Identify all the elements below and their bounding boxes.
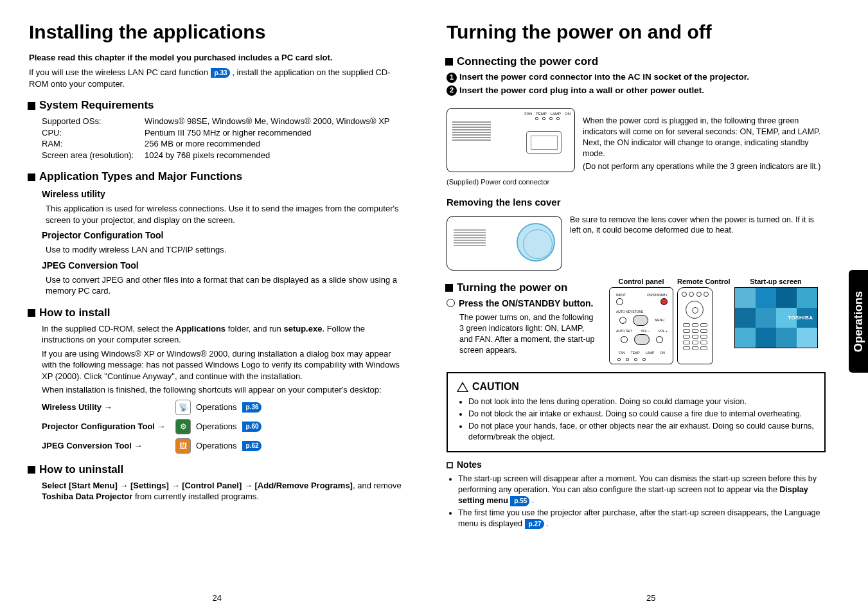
page-ref-55[interactable]: p.55 <box>510 496 529 506</box>
cp-nav-button <box>633 315 648 326</box>
cp-temp-label: TEMP <box>631 351 640 355</box>
page-ref-62[interactable]: p.62 <box>242 441 261 451</box>
system-requirements-block: Supported OSs:Windows® 98SE, Windows® Me… <box>29 116 408 161</box>
removing-lens-cover-heading: Removing the lens cover <box>447 196 826 209</box>
res-value: 1024 by 768 pixels recommended <box>145 150 270 161</box>
step-2-text: Insert the power cord plug into a wall o… <box>459 85 704 96</box>
notes-item-1: The start-up screen will disappear after… <box>458 474 826 506</box>
step-1-number-icon: 1 <box>447 73 457 83</box>
notes-1a: The start-up screen will disappear after… <box>458 474 817 494</box>
cp-voldown-label: VOL – <box>641 329 650 333</box>
connect-label: Connecting the power cord <box>457 55 598 69</box>
uninstall-product-name: Toshiba Data Projector <box>42 492 132 501</box>
apptypes-label: Application Types and Major Functions <box>39 170 242 184</box>
hollow-bullet-icon <box>447 299 455 307</box>
turning-power-on-heading: Turning the power on <box>445 281 598 296</box>
remote-button <box>704 292 709 297</box>
projector-front-diagram <box>447 216 562 271</box>
cp-indicators <box>617 358 646 361</box>
cp-standby-label: ON/STANDBY <box>647 293 668 298</box>
ind-dot <box>556 117 560 120</box>
warning-triangle-icon <box>457 382 468 392</box>
right-title: Turning the power on and off <box>447 19 826 46</box>
install-label: How to install <box>39 306 111 321</box>
supplied-caption: (Supplied) Power cord connector <box>447 177 575 187</box>
ind-lamp-label: LAMP <box>551 111 561 116</box>
uninstall-block: Select [Start Menu] → [Settings] → [Cont… <box>29 480 408 502</box>
wireless-utility-head: Wireless utility <box>42 188 408 200</box>
caution-item: Do not place your hands, face, or other … <box>468 421 815 443</box>
startup-brand-label: TOSHIBA <box>788 314 813 321</box>
ops-label-2: Operations <box>196 421 237 432</box>
ind-temp-label: TEMP <box>536 111 547 116</box>
uninstall-label: How to uninstall <box>39 463 123 477</box>
install-p2: If you are using Windows® XP or Windows®… <box>42 348 408 382</box>
caution-title-text: CAUTION <box>472 380 519 394</box>
cp-lamp-label: LAMP <box>646 351 655 355</box>
caution-item: Do not look into the lens during operati… <box>468 396 815 407</box>
remote-button-grid <box>683 323 707 350</box>
install-block: In the supplied CD-ROM, select the Appli… <box>29 323 408 454</box>
power-cord-description: When the power cord is plugged in, the f… <box>583 103 826 175</box>
remote-button <box>682 292 687 297</box>
power-cord-diagram-block: FAN TEMP LAMP ON <box>447 103 575 187</box>
cp-fan-label: FAN <box>619 351 625 355</box>
cp-autoset-label: AUTO SET <box>616 329 632 333</box>
projector-vents <box>452 121 491 141</box>
wireless-utility-icon: 📡 <box>175 400 191 415</box>
page-number-left: 24 <box>0 592 434 604</box>
intro-text-a: If you will use the wireless LAN PC card… <box>29 67 211 77</box>
notes-2a: The first time you use the projector aft… <box>458 508 820 528</box>
ind-dot <box>542 117 545 120</box>
install-p1b: folder, and run <box>226 324 283 333</box>
intro-paragraph: If you will use the wireless LAN PC card… <box>29 67 408 89</box>
control-panel-diagram: INPUT ON/STANDBY AUTO KEYSTONE <box>609 287 673 364</box>
cp-button <box>621 336 628 343</box>
step-2-number-icon: 2 <box>447 85 457 96</box>
connecting-power-cord-heading: Connecting the power cord <box>445 55 826 69</box>
shortcut-row-wireless: Wireless Utility → 📡 Operations p.36 <box>42 400 408 415</box>
install-p3: When installation is finished, the follo… <box>42 384 408 396</box>
left-title: Installing the applications <box>29 19 408 46</box>
notes-title-text: Notes <box>457 459 482 471</box>
cp-button <box>656 336 663 343</box>
notes-block: Notes The start-up screen will disappear… <box>447 459 826 529</box>
shortcut-jpeg-name: JPEG Conversion Tool → <box>42 440 170 452</box>
step-1-text: Insert the power cord connector into the… <box>459 71 749 83</box>
remote-dpad <box>686 301 704 319</box>
cp-button <box>619 317 626 324</box>
left-page: Installing the applications Please read … <box>29 19 408 532</box>
page-number-right: 25 <box>434 592 869 604</box>
cp-on-label: ON <box>660 351 665 355</box>
page-ref-27[interactable]: p.27 <box>525 519 544 529</box>
os-value: Windows® 98SE, Windows® Me, Windows® 200… <box>145 116 390 127</box>
ram-label: RAM: <box>42 138 145 150</box>
remote-button <box>696 292 702 297</box>
remote-control-title: Remote Control <box>677 277 731 287</box>
projector-top-diagram: FAN TEMP LAMP ON <box>447 108 575 172</box>
jpeg-conversion-tool-body: Use to convert JPEG and other files into… <box>42 274 408 297</box>
press-head-text: Press the ON/STANDBY button. <box>459 298 594 310</box>
app-types-heading: Application Types and Major Functions <box>28 170 408 184</box>
system-requirements-heading: System Requirements <box>28 98 408 113</box>
pc-desc-2: (Do not perform any operations while the… <box>583 161 826 172</box>
caution-box: CAUTION Do not look into the lens during… <box>447 372 826 452</box>
press-body-text: The power turns on, and the following 3 … <box>447 312 598 356</box>
sysreq-label: System Requirements <box>39 98 154 113</box>
uninstall-d: from currently installed programs. <box>132 492 259 501</box>
notes-square-icon <box>447 462 453 468</box>
shortcut-config-name: Projector Configuration Tool → <box>42 421 170 432</box>
page-ref-36[interactable]: p.36 <box>242 402 261 413</box>
remove-lens-body: Be sure to remove the lens cover when th… <box>570 215 826 236</box>
shortcut-row-config: Projector Configuration Tool → ⚙ Operati… <box>42 419 408 434</box>
ram-value: 256 MB or more recommended <box>145 138 260 150</box>
jpeg-conversion-icon: 🖼 <box>175 438 191 454</box>
cpu-label: CPU: <box>42 127 145 139</box>
page-ref-33[interactable]: p.33 <box>211 68 230 78</box>
side-tab-operations: Operations <box>849 270 868 373</box>
front-vents <box>454 229 486 246</box>
projector-slot <box>526 131 562 154</box>
shortcut-row-jpeg: JPEG Conversion Tool → 🖼 Operations p.62 <box>42 438 408 454</box>
page-ref-60[interactable]: p.60 <box>242 422 261 432</box>
cp-keystone-label: AUTO KEYSTONE <box>616 310 643 314</box>
